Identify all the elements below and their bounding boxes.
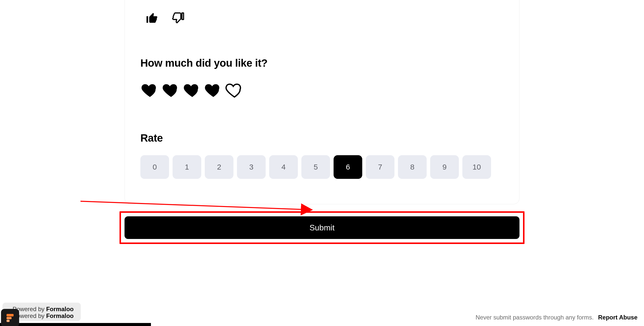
rate-option-5[interactable]: 5 [301, 155, 330, 179]
submit-label: Submit [309, 223, 335, 232]
heart-filled-icon[interactable] [204, 80, 223, 99]
powered-brand: Formaloo [46, 306, 73, 312]
powered-brand-2: Formaloo [46, 312, 73, 319]
svg-rect-1 [7, 314, 14, 316]
powered-by-line-2: Powered by Formaloo [13, 312, 74, 319]
rate-option-4[interactable]: 4 [269, 155, 298, 179]
rate-option-1[interactable]: 1 [173, 155, 201, 179]
rate-heading: Rate [140, 132, 504, 144]
report-abuse-link[interactable]: Report Abuse [598, 314, 637, 321]
heart-outline-icon[interactable] [225, 80, 244, 99]
progress-bar-segment [0, 323, 151, 326]
thumbs-up-icon[interactable] [145, 11, 158, 24]
rate-option-10[interactable]: 10 [462, 155, 491, 179]
thumbs-down-icon[interactable] [172, 11, 185, 24]
heart-filled-icon[interactable] [183, 80, 202, 99]
svg-rect-2 [7, 317, 12, 319]
rate-option-9[interactable]: 9 [430, 155, 459, 179]
password-warning-text: Never submit passwords through any forms… [475, 314, 594, 321]
form-container: Like How much did you like it? Rate 0123… [125, 0, 519, 239]
hearts-heading: How much did you like it? [140, 57, 504, 69]
form-card: Like How much did you like it? Rate 0123… [125, 0, 519, 204]
rate-option-3[interactable]: 3 [237, 155, 266, 179]
rate-option-2[interactable]: 2 [205, 155, 233, 179]
powered-by-line-1: Powered by Formaloo [13, 306, 74, 313]
svg-rect-3 [7, 320, 10, 322]
rate-row: 012345678910 [140, 155, 504, 179]
formaloo-logo-icon [1, 309, 19, 326]
heart-filled-icon[interactable] [162, 80, 181, 99]
heart-filled-icon[interactable] [140, 80, 159, 99]
rate-option-0[interactable]: 0 [140, 155, 169, 179]
rate-option-6[interactable]: 6 [334, 155, 362, 179]
submit-button[interactable]: Submit [125, 216, 519, 239]
rate-option-7[interactable]: 7 [366, 155, 394, 179]
like-icons-row [140, 11, 504, 24]
hearts-row [140, 80, 504, 99]
powered-by-badge[interactable]: Powered by Formaloo Powered by Formaloo [3, 303, 81, 321]
rate-option-8[interactable]: 8 [398, 155, 427, 179]
